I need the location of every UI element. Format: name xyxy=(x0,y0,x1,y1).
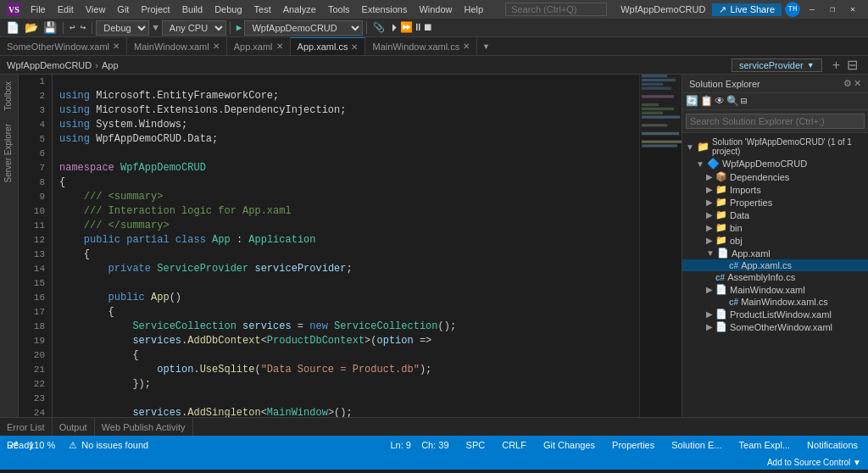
menu-help[interactable]: Help xyxy=(459,3,489,16)
menu-extensions[interactable]: Extensions xyxy=(357,3,413,16)
menu-edit[interactable]: Edit xyxy=(53,3,79,16)
se-settings-icon[interactable]: ⚙ xyxy=(843,78,852,89)
undo-icon[interactable]: ↩ xyxy=(67,22,78,33)
tab-close-icon[interactable]: ✕ xyxy=(113,42,120,51)
close-button[interactable]: ✕ xyxy=(844,3,861,16)
line-ending-status[interactable]: CRLF xyxy=(498,440,530,450)
tab-web-publish[interactable]: Web Publish Activity xyxy=(95,418,193,436)
item-label: Data xyxy=(730,210,749,220)
tree-properties[interactable]: ▶ 📁 Properties xyxy=(682,196,868,209)
debug-config-dropdown[interactable]: Debug xyxy=(96,20,149,36)
menu-git[interactable]: Git xyxy=(112,3,134,16)
line-num: 21 xyxy=(25,363,45,377)
tab-row-1: SomeOtherWindow.xaml ✕ MainWindow.xaml ✕… xyxy=(0,37,868,56)
tree-bin[interactable]: ▶ 📁 bin xyxy=(682,221,868,234)
tab-label: Output xyxy=(59,422,87,432)
tree-imports[interactable]: ▶ 📁 Imports xyxy=(682,183,868,196)
properties-tab[interactable]: Properties xyxy=(609,440,658,450)
arrow-icon: ▶ xyxy=(706,198,713,207)
arrow-icon: ▶ xyxy=(706,172,713,181)
se-close-icon[interactable]: ✕ xyxy=(854,78,861,89)
split-btn[interactable]: ⊟ xyxy=(843,57,861,73)
tree-app-xaml-cs[interactable]: ▶ c# App.xaml.cs xyxy=(682,259,868,271)
tab-close-icon[interactable]: ✕ xyxy=(463,42,470,51)
se-sync-icon[interactable]: 🔄 xyxy=(686,95,698,108)
menu-view[interactable]: View xyxy=(81,3,111,16)
menu-build[interactable]: Build xyxy=(177,3,208,16)
se-search-input[interactable] xyxy=(686,114,865,129)
item-label: App.xaml xyxy=(732,248,771,259)
team-explorer-tab[interactable]: Team Expl... xyxy=(736,440,794,450)
issues-status[interactable]: ⚠ No issues found xyxy=(65,440,152,451)
se-properties-icon[interactable]: 📋 xyxy=(700,95,713,108)
encoding-status[interactable]: SPC xyxy=(463,440,489,450)
debug-icons[interactable]: ⏵⏩⏸⏹ xyxy=(387,21,436,34)
toolbox-tab[interactable]: Toolbox xyxy=(0,75,18,117)
notifications-tab[interactable]: Notifications xyxy=(804,440,861,450)
server-explorer-tab[interactable]: Server Explorer xyxy=(0,117,18,189)
tree-someother-xaml[interactable]: ▶ 📄 SomeOtherWindow.xaml xyxy=(682,320,868,333)
tree-project[interactable]: ▼ 🔷 WpfAppDemoCRUD xyxy=(682,157,868,170)
new-project-icon[interactable]: 📄 xyxy=(3,21,22,35)
tab-app-xaml-cs[interactable]: App.xaml.cs ✕ xyxy=(291,37,366,55)
minimize-button[interactable]: — xyxy=(804,3,821,16)
menu-project[interactable]: Project xyxy=(136,3,175,16)
menu-window[interactable]: Window xyxy=(414,3,457,16)
vs-icon: VS xyxy=(7,3,20,16)
line-num: 17 xyxy=(25,305,45,320)
add-source-control-btn[interactable]: Add to Source Control ▼ xyxy=(767,458,861,467)
tab-someotherwindow-xaml[interactable]: SomeOtherWindow.xaml ✕ xyxy=(0,37,127,55)
tree-mainwindow-xaml[interactable]: ▶ 📄 MainWindow.xaml xyxy=(682,283,868,296)
tab-close-icon[interactable]: ✕ xyxy=(276,42,283,51)
line-num: 5 xyxy=(25,132,45,147)
se-preview-icon[interactable]: 👁 xyxy=(715,95,725,108)
se-collapse-icon[interactable]: ⊟ xyxy=(741,95,747,108)
breadcrumb-project[interactable]: WpfAppDemoCRUD xyxy=(7,60,92,70)
menu-analyze[interactable]: Analyze xyxy=(278,3,321,16)
code-editor[interactable]: using Microsoft.EntityFrameworkCore; usi… xyxy=(53,75,639,417)
tab-close-icon[interactable]: ✕ xyxy=(213,42,220,51)
menu-debug[interactable]: Debug xyxy=(209,3,247,16)
tab-mainwindow-xaml[interactable]: MainWindow.xaml ✕ xyxy=(127,37,227,55)
member-dropdown[interactable]: serviceProvider ▼ xyxy=(732,58,822,72)
attach-icon[interactable]: 📎 xyxy=(370,22,387,33)
tree-solution[interactable]: ▼ 📁 Solution 'WpfAppDemoCRUD' (1 of 1 pr… xyxy=(682,136,868,157)
menu-file[interactable]: File xyxy=(25,3,51,16)
breadcrumb-file[interactable]: App xyxy=(102,60,119,70)
tab-error-list[interactable]: Error List xyxy=(0,418,53,436)
tab-close-icon[interactable]: ✕ xyxy=(351,42,358,52)
user-avatar[interactable]: TH xyxy=(785,2,800,17)
tree-assemblyinfo[interactable]: ▶ c# AssemblyInfo.cs xyxy=(682,271,868,283)
project-dropdown[interactable]: WpfAppDemoCRUD xyxy=(244,20,363,36)
item-label: MainWindow.xaml xyxy=(730,285,805,295)
open-icon[interactable]: 📂 xyxy=(22,21,41,35)
restore-button[interactable]: ❐ xyxy=(824,3,841,16)
tree-data[interactable]: ▶ 📁 Data xyxy=(682,209,868,221)
add-editor-btn[interactable]: + xyxy=(829,58,843,73)
se-tree: ▼ 📁 Solution 'WpfAppDemoCRUD' (1 of 1 pr… xyxy=(682,133,868,417)
platform-dropdown[interactable]: Any CPU xyxy=(162,20,226,36)
git-changes-tab[interactable]: Git Changes xyxy=(540,440,598,450)
run-icon[interactable]: ▶ xyxy=(234,22,245,33)
solution-explorer-header: Solution Explorer ⚙ ✕ xyxy=(682,75,868,93)
search-input[interactable] xyxy=(505,3,607,16)
live-share-button[interactable]: ↗ Live Share xyxy=(712,3,782,16)
menu-test[interactable]: Test xyxy=(249,3,276,16)
se-filter-icon[interactable]: 🔍 xyxy=(726,95,739,108)
new-tab-button[interactable]: ▾ xyxy=(477,37,494,55)
tree-mainwindow-xaml-cs[interactable]: ▶ c# MainWindow.xaml.cs xyxy=(682,296,868,308)
menu-tools[interactable]: Tools xyxy=(323,3,355,16)
folder-icon: 📦 xyxy=(715,171,727,182)
title-bar: VS File Edit View Git Project Build Debu… xyxy=(0,0,868,19)
redo-icon[interactable]: ↪ xyxy=(78,22,89,33)
tree-productlist-xaml[interactable]: ▶ 📄 ProductListWindow.xaml xyxy=(682,308,868,320)
tree-dependencies[interactable]: ▶ 📦 Dependencies xyxy=(682,170,868,183)
tab-app-xaml[interactable]: App.xaml ✕ xyxy=(227,37,291,55)
cursor-position[interactable]: Ln: 9 Ch: 39 xyxy=(387,440,452,450)
save-icon[interactable]: 💾 xyxy=(41,21,59,35)
tree-app-xaml[interactable]: ▼ 📄 App.xaml xyxy=(682,247,868,259)
solution-explorer-tab[interactable]: Solution E... xyxy=(668,440,725,450)
tab-mainwindow-xaml-cs[interactable]: MainWindow.xaml.cs ✕ xyxy=(365,37,477,55)
tab-output[interactable]: Output xyxy=(53,418,95,436)
tree-obj[interactable]: ▶ 📁 obj xyxy=(682,234,868,247)
